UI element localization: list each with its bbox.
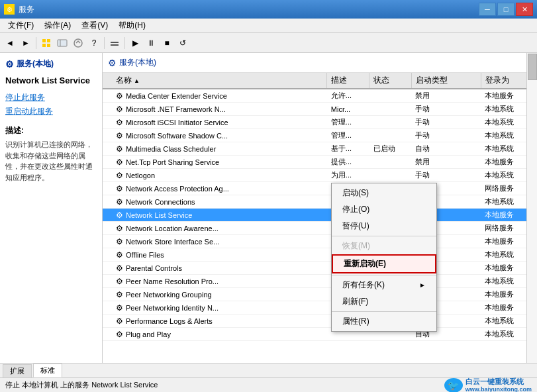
cell-status — [369, 169, 412, 182]
cell-name: ⚙Microsoft .NET Framework N... — [103, 103, 327, 116]
menu-action[interactable]: 操作(A) — [39, 19, 76, 32]
menu-file[interactable]: 文件(F) — [3, 19, 39, 32]
forward-button[interactable]: ► — [19, 36, 33, 50]
service-gear-icon: ⚙ — [116, 277, 123, 286]
menu-help[interactable]: 帮助(H) — [113, 19, 151, 32]
cell-name: ⚙Offline Files — [103, 248, 327, 262]
toolbar-separator-1 — [36, 37, 36, 49]
cell-name: ⚙Plug and Play — [103, 328, 327, 341]
cell-name-text: Offline Files — [126, 251, 164, 259]
cell-status: 已启动 — [369, 142, 412, 156]
service-gear-icon: ⚙ — [116, 317, 123, 326]
stop-service-link[interactable]: 停止此服务 — [5, 92, 97, 103]
ctx-all-tasks[interactable]: 所有任务(K) ► — [332, 277, 436, 293]
scrollbar-track[interactable] — [526, 53, 537, 363]
toolbar: ◄ ► ? ▶ ⏸ ■ ↺ — [0, 33, 537, 53]
services-table-wrapper[interactable]: 名称▲ 描述 状态 启动类型 登录为 ⚙Media Center Extende… — [103, 73, 537, 341]
table-row[interactable]: ⚙Network Store Interface Se...自动本地服务 — [103, 235, 537, 248]
submenu-arrow-icon: ► — [419, 281, 426, 289]
back-button[interactable]: ◄ — [3, 36, 17, 50]
status-bar: 停止 本地计算机 上的服务 Network List Service 🐦 白云一… — [0, 377, 537, 392]
col-status[interactable]: 状态 — [369, 73, 412, 89]
menu-bar: 文件(F) 操作(A) 查看(V) 帮助(H) — [0, 19, 537, 33]
watermark-logo: 🐦 — [444, 378, 463, 393]
table-row[interactable]: ⚙Netlogon为用...手动本地系统 — [103, 169, 537, 182]
ctx-properties[interactable]: 属性(R) — [332, 313, 436, 330]
service-gear-icon: ⚙ — [116, 303, 123, 313]
cell-name: ⚙Network Location Awarene... — [103, 222, 327, 235]
cell-name-text: Plug and Play — [126, 330, 171, 338]
ctx-stop[interactable]: 停止(O) — [332, 201, 436, 218]
up-button[interactable] — [39, 36, 54, 50]
table-row[interactable]: ⚙Parental Controls手动本地服务 — [103, 262, 537, 275]
svg-rect-7 — [111, 42, 119, 43]
tab-extended[interactable]: 扩展 — [3, 364, 32, 377]
cell-name: ⚙Peer Name Resolution Pro... — [103, 275, 327, 288]
col-startup[interactable]: 启动类型 — [411, 73, 481, 89]
help-button[interactable]: ? — [87, 36, 101, 50]
table-row[interactable]: ⚙Network Location Awarene...自动网络服务 — [103, 222, 537, 235]
play-button[interactable]: ▶ — [128, 36, 142, 50]
ctx-start[interactable]: 启动(S) — [332, 185, 436, 201]
table-row[interactable]: ⚙Peer Name Resolution Pro...手动本地系统 — [103, 275, 537, 288]
service-gear-icon: ⚙ — [116, 237, 123, 246]
description-section: 描述: 识别计算机已连接的网络，收集和存储这些网络的属性，并在更改这些属性时通知… — [5, 125, 97, 183]
cell-name-text: Media Center Extender Service — [126, 92, 227, 100]
cell-status — [369, 156, 412, 169]
ctx-refresh[interactable]: 刷新(F) — [332, 293, 436, 310]
table-row[interactable]: ⚙Network Access Protection Ag...网络...手动网… — [103, 182, 537, 195]
expand-button[interactable] — [107, 36, 122, 50]
cell-name-text: Network List Service — [126, 211, 192, 219]
ctx-separator-3 — [332, 311, 436, 312]
maximize-button[interactable]: □ — [497, 3, 514, 16]
stop-button[interactable]: ■ — [160, 36, 174, 50]
pause-button[interactable]: ⏸ — [144, 36, 158, 50]
ctx-separator-1 — [332, 236, 436, 236]
restart-service-link[interactable]: 重启动此服务 — [5, 106, 97, 117]
table-row[interactable]: ⚙Multimedia Class Scheduler基于...已启动自动本地系… — [103, 142, 537, 156]
table-row[interactable]: ⚙Offline Files自动本地系统 — [103, 248, 537, 262]
show-hide-button[interactable] — [55, 36, 70, 50]
cell-desc: 允许... — [327, 89, 369, 103]
service-gear-icon: ⚙ — [116, 264, 123, 273]
scrollbar-thumb[interactable] — [528, 54, 537, 80]
ctx-restart[interactable]: 重新启动(E) — [332, 254, 436, 273]
cell-name-text: Peer Networking Grouping — [126, 291, 212, 299]
cell-name-text: Network Connections — [126, 198, 195, 206]
cell-name-text: Net.Tcp Port Sharing Service — [126, 158, 219, 166]
table-row[interactable]: ⚙Net.Tcp Port Sharing Service提供...禁用本地服务 — [103, 156, 537, 169]
cell-name: ⚙Microsoft Software Shadow C... — [103, 129, 327, 142]
col-name[interactable]: 名称▲ — [103, 73, 327, 89]
right-panel: ⚙ 服务(本地) 名称▲ 描述 状态 启动类型 登录为 ⚙Media Cente… — [103, 53, 537, 363]
table-row[interactable]: ⚙Network List Service自动本地服务 — [103, 209, 537, 222]
window-icon: ⚙ — [4, 4, 15, 15]
table-row[interactable]: ⚙Media Center Extender Service允许...禁用本地服… — [103, 89, 537, 103]
restart-button[interactable]: ↺ — [175, 36, 190, 50]
cell-status — [369, 103, 412, 116]
cell-startup: 手动 — [411, 103, 481, 116]
close-button[interactable]: ✕ — [516, 3, 533, 16]
table-row[interactable]: ⚙Plug and Play自动本地系统 — [103, 328, 537, 341]
table-row[interactable]: ⚙Performance Logs & Alerts手动本地系统 — [103, 315, 537, 328]
col-desc[interactable]: 描述 — [327, 73, 369, 89]
cell-name: ⚙Peer Networking Grouping — [103, 288, 327, 301]
sync-button[interactable] — [71, 36, 85, 50]
context-menu: 启动(S) 停止(O) 暂停(U) 恢复(M) 重新启动(E) 所有任务(K) … — [331, 183, 437, 332]
table-row[interactable]: ⚙Peer Networking Identity N...手动本地服务 — [103, 301, 537, 315]
ctx-pause[interactable]: 暂停(U) — [332, 218, 436, 234]
cell-desc: Micr... — [327, 103, 369, 116]
tab-standard[interactable]: 标准 — [33, 364, 62, 377]
table-row[interactable]: ⚙Microsoft Software Shadow C...管理...手动本地… — [103, 129, 537, 142]
cell-name-text: Peer Networking Identity N... — [126, 304, 219, 312]
table-row[interactable]: ⚙Microsoft .NET Framework N...Micr...手动本… — [103, 103, 537, 116]
table-row[interactable]: ⚙Network Connections管理...已启动手动本地系统 — [103, 195, 537, 209]
service-gear-icon: ⚙ — [116, 184, 123, 193]
window-controls: ─ □ ✕ — [479, 3, 533, 16]
table-row[interactable]: ⚙Microsoft iSCSI Initiator Service管理...手… — [103, 116, 537, 129]
table-row[interactable]: ⚙Peer Networking Grouping手动本地服务 — [103, 288, 537, 301]
menu-view[interactable]: 查看(V) — [76, 19, 113, 32]
cell-name-text: Netlogon — [126, 172, 155, 179]
svg-rect-3 — [47, 44, 50, 47]
cell-desc: 管理... — [327, 129, 369, 142]
minimize-button[interactable]: ─ — [479, 3, 496, 16]
